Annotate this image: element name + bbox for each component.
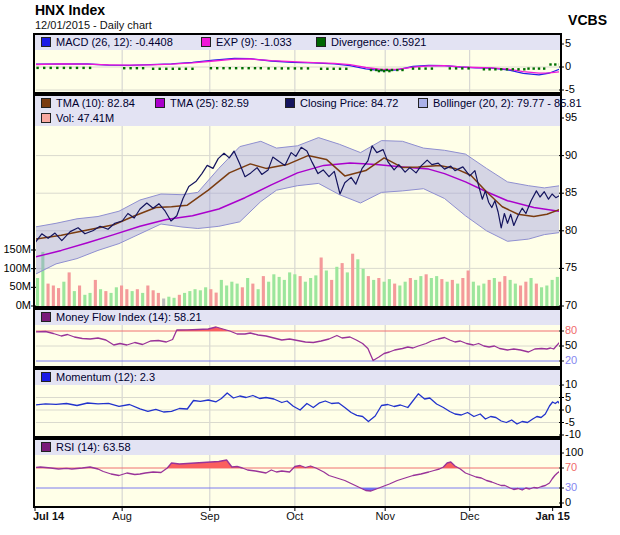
x-axis-label: Aug: [100, 510, 144, 522]
brand-logo: VCBS: [568, 12, 607, 28]
legend-item: TMA (25): 82.59: [155, 96, 249, 111]
page-title: HNX Index: [35, 2, 105, 18]
money-flow-index-panel: Money Flow Index (14): 58.21: [33, 308, 562, 368]
momentum-ytick-label: 0: [565, 403, 571, 415]
legend-color-swatch: [41, 98, 51, 108]
legend-item: Divergence: 0.5921: [316, 35, 426, 50]
main-ytick-label: 80: [565, 224, 577, 236]
legend-label: RSI (14): 63.58: [56, 441, 131, 453]
x-axis-label: Nov: [363, 510, 407, 522]
legend-item: MACD (26, 12): -0.4408: [41, 35, 173, 50]
momentum-ytick-label: 5: [565, 391, 571, 403]
mfi-ytick-label: 20: [565, 354, 577, 366]
main-ytick-label: 85: [565, 186, 577, 198]
volume-tick-label: 50M: [0, 280, 31, 292]
rsi-ytick-label: 0: [565, 496, 571, 508]
macd-panel: MACD (26, 12): -0.4408EXP (9): -1.033Div…: [33, 33, 562, 94]
main-ytick-label: 95: [565, 111, 577, 123]
legend-label: MACD (26, 12): -0.4408: [56, 36, 173, 48]
volume-tick-label: 0M: [0, 299, 31, 311]
macd-legend: MACD (26, 12): -0.4408EXP (9): -1.033Div…: [35, 35, 560, 50]
macd-ytick-label: 5: [565, 37, 571, 49]
main-ytick-label: 90: [565, 149, 577, 161]
mfi-ytick-label: 50: [565, 339, 577, 351]
legend-item: RSI (14): 63.58: [41, 440, 131, 455]
main-ytick-label: 75: [565, 261, 577, 273]
legend-color-swatch: [285, 98, 295, 108]
legend-item: Closing Price: 84.72: [285, 96, 398, 111]
mfi-legend: Money Flow Index (14): 58.21: [35, 310, 560, 325]
legend-color-swatch: [41, 312, 51, 322]
legend-item: Momentum (12): 2.3: [41, 370, 155, 385]
legend-label: Divergence: 0.5921: [331, 36, 426, 48]
legend-color-swatch: [41, 442, 51, 452]
momentum-ytick-label: 10: [565, 378, 577, 390]
x-axis-label: Sep: [188, 510, 232, 522]
legend-item: EXP (9): -1.033: [201, 35, 292, 50]
legend-item: Bollinger (20, 2): 79.77 - 85.81: [418, 96, 582, 111]
legend-label: Money Flow Index (14): 58.21: [56, 311, 202, 323]
momentum-ytick-label: -5: [565, 416, 575, 428]
main-ytick-label: 70: [565, 299, 577, 311]
x-axis-label: Dec: [448, 510, 492, 522]
mfi-ytick-label: 80: [565, 324, 577, 336]
momentum-ytick-label: -10: [565, 428, 581, 440]
legend-label: TMA (10): 82.84: [56, 97, 135, 109]
legend-color-swatch: [316, 37, 326, 47]
rsi-ytick-label: 30: [565, 481, 577, 493]
legend-color-swatch: [155, 98, 165, 108]
legend-item: Money Flow Index (14): 58.21: [41, 310, 202, 325]
rsi-panel: RSI (14): 63.58: [33, 438, 562, 508]
rsi-legend: RSI (14): 63.58: [35, 440, 560, 455]
chart-page: HNX Index 12/01/2015 - Daily chart VCBS …: [0, 0, 620, 535]
legend-label: Momentum (12): 2.3: [56, 371, 155, 383]
x-axis-label: Jul 14: [33, 510, 77, 522]
legend-label: Closing Price: 84.72: [300, 97, 398, 109]
x-axis-label: Oct: [273, 510, 317, 522]
macd-ytick-label: -5: [565, 83, 575, 95]
legend-label: TMA (25): 82.59: [170, 97, 249, 109]
momentum-legend: Momentum (12): 2.3: [35, 370, 560, 385]
volume-tick-label: 150M: [0, 243, 31, 255]
legend-label: Vol: 47.41M: [56, 112, 114, 124]
legend-color-swatch: [418, 98, 428, 108]
volume-tick-label: 100M: [0, 262, 31, 274]
legend-color-swatch: [41, 372, 51, 382]
legend-color-swatch: [201, 37, 211, 47]
page-subtitle: 12/01/2015 - Daily chart: [35, 19, 152, 31]
rsi-ytick-label: 100: [565, 446, 583, 458]
momentum-panel: Momentum (12): 2.3: [33, 368, 562, 438]
legend-color-swatch: [41, 113, 51, 123]
legend-item: Vol: 47.41M: [41, 111, 114, 126]
legend-item: TMA (10): 82.84: [41, 96, 135, 111]
legend-label: EXP (9): -1.033: [216, 36, 292, 48]
macd-ytick-label: 0: [565, 60, 571, 72]
x-axis-label: Jan 15: [531, 510, 575, 522]
legend-color-swatch: [41, 37, 51, 47]
price-panel: TMA (10): 82.84TMA (25): 82.59Closing Pr…: [33, 94, 562, 308]
legend-label: Bollinger (20, 2): 79.77 - 85.81: [433, 97, 582, 109]
main-legend: TMA (10): 82.84TMA (25): 82.59Closing Pr…: [35, 96, 560, 126]
rsi-ytick-label: 70: [565, 461, 577, 473]
